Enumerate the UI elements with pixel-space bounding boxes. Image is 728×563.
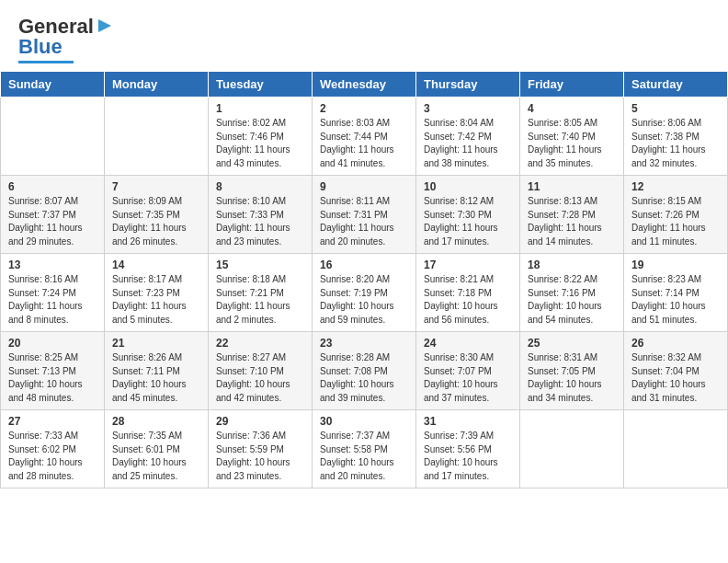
- day-info: Sunrise: 8:30 AM Sunset: 7:07 PM Dayligh…: [424, 351, 512, 405]
- week-row-2: 6Sunrise: 8:07 AM Sunset: 7:37 PM Daylig…: [1, 176, 728, 254]
- day-cell: 19Sunrise: 8:23 AM Sunset: 7:14 PM Dayli…: [624, 254, 728, 332]
- week-row-4: 20Sunrise: 8:25 AM Sunset: 7:13 PM Dayli…: [1, 332, 728, 410]
- day-cell: [1, 98, 105, 176]
- day-cell: 1Sunrise: 8:02 AM Sunset: 7:46 PM Daylig…: [209, 98, 313, 176]
- day-info: Sunrise: 8:31 AM Sunset: 7:05 PM Dayligh…: [528, 351, 616, 405]
- day-info: Sunrise: 8:25 AM Sunset: 7:13 PM Dayligh…: [8, 351, 97, 405]
- calendar-table: SundayMondayTuesdayWednesdayThursdayFrid…: [0, 71, 728, 488]
- day-cell: [105, 98, 209, 176]
- header: General Blue: [0, 0, 728, 71]
- day-cell: 20Sunrise: 8:25 AM Sunset: 7:13 PM Dayli…: [1, 332, 105, 410]
- header-monday: Monday: [105, 72, 209, 98]
- day-number: 21: [112, 337, 200, 350]
- day-number: 11: [528, 180, 616, 193]
- logo-underline: [18, 61, 74, 63]
- day-number: 20: [8, 337, 97, 350]
- day-cell: 10Sunrise: 8:12 AM Sunset: 7:30 PM Dayli…: [416, 176, 520, 254]
- header-thursday: Thursday: [416, 72, 520, 98]
- day-info: Sunrise: 8:22 AM Sunset: 7:16 PM Dayligh…: [528, 273, 616, 327]
- day-cell: 24Sunrise: 8:30 AM Sunset: 7:07 PM Dayli…: [416, 332, 520, 410]
- day-number: 30: [320, 415, 408, 428]
- day-cell: 25Sunrise: 8:31 AM Sunset: 7:05 PM Dayli…: [520, 332, 624, 410]
- week-row-3: 13Sunrise: 8:16 AM Sunset: 7:24 PM Dayli…: [1, 254, 728, 332]
- day-cell: 27Sunrise: 7:33 AM Sunset: 6:02 PM Dayli…: [1, 410, 105, 488]
- day-cell: 12Sunrise: 8:15 AM Sunset: 7:26 PM Dayli…: [624, 176, 728, 254]
- day-info: Sunrise: 8:05 AM Sunset: 7:40 PM Dayligh…: [528, 117, 616, 170]
- day-info: Sunrise: 8:15 AM Sunset: 7:26 PM Dayligh…: [631, 195, 720, 248]
- day-number: 26: [631, 337, 720, 350]
- logo: General Blue: [18, 15, 115, 63]
- day-number: 8: [216, 180, 304, 193]
- day-number: 13: [8, 259, 97, 271]
- day-cell: 23Sunrise: 8:28 AM Sunset: 7:08 PM Dayli…: [313, 332, 416, 410]
- day-info: Sunrise: 8:03 AM Sunset: 7:44 PM Dayligh…: [320, 117, 408, 170]
- day-info: Sunrise: 8:26 AM Sunset: 7:11 PM Dayligh…: [112, 351, 200, 405]
- day-info: Sunrise: 8:27 AM Sunset: 7:10 PM Dayligh…: [216, 351, 304, 405]
- day-cell: 18Sunrise: 8:22 AM Sunset: 7:16 PM Dayli…: [520, 254, 624, 332]
- logo-arrow-icon: [95, 16, 115, 36]
- day-info: Sunrise: 8:07 AM Sunset: 7:37 PM Dayligh…: [8, 195, 97, 248]
- day-cell: 26Sunrise: 8:32 AM Sunset: 7:04 PM Dayli…: [624, 332, 728, 410]
- day-cell: [624, 410, 728, 488]
- day-cell: 28Sunrise: 7:35 AM Sunset: 6:01 PM Dayli…: [105, 410, 209, 488]
- day-cell: 14Sunrise: 8:17 AM Sunset: 7:23 PM Dayli…: [105, 254, 209, 332]
- day-info: Sunrise: 8:23 AM Sunset: 7:14 PM Dayligh…: [631, 273, 720, 327]
- day-number: 31: [424, 415, 512, 428]
- day-number: 3: [424, 102, 512, 115]
- day-number: 24: [424, 337, 512, 350]
- day-cell: 11Sunrise: 8:13 AM Sunset: 7:28 PM Dayli…: [520, 176, 624, 254]
- day-cell: 2Sunrise: 8:03 AM Sunset: 7:44 PM Daylig…: [313, 98, 416, 176]
- day-info: Sunrise: 8:12 AM Sunset: 7:30 PM Dayligh…: [424, 195, 512, 248]
- day-cell: 21Sunrise: 8:26 AM Sunset: 7:11 PM Dayli…: [105, 332, 209, 410]
- day-cell: 9Sunrise: 8:11 AM Sunset: 7:31 PM Daylig…: [313, 176, 416, 254]
- day-info: Sunrise: 7:36 AM Sunset: 5:59 PM Dayligh…: [216, 430, 304, 483]
- day-number: 27: [8, 415, 97, 428]
- day-cell: 3Sunrise: 8:04 AM Sunset: 7:42 PM Daylig…: [416, 98, 520, 176]
- header-wednesday: Wednesday: [313, 72, 416, 98]
- day-info: Sunrise: 8:04 AM Sunset: 7:42 PM Dayligh…: [424, 117, 512, 170]
- calendar-page: General Blue SundayMondayTuesdayWednesda…: [0, 0, 728, 563]
- day-info: Sunrise: 7:37 AM Sunset: 5:58 PM Dayligh…: [320, 430, 408, 483]
- day-number: 29: [216, 415, 304, 428]
- day-info: Sunrise: 7:39 AM Sunset: 5:56 PM Dayligh…: [424, 430, 512, 483]
- day-info: Sunrise: 8:13 AM Sunset: 7:28 PM Dayligh…: [528, 195, 616, 248]
- day-number: 12: [631, 180, 720, 193]
- day-number: 2: [320, 102, 408, 115]
- day-cell: 15Sunrise: 8:18 AM Sunset: 7:21 PM Dayli…: [209, 254, 313, 332]
- day-cell: 7Sunrise: 8:09 AM Sunset: 7:35 PM Daylig…: [105, 176, 209, 254]
- day-info: Sunrise: 8:06 AM Sunset: 7:38 PM Dayligh…: [631, 117, 720, 170]
- day-cell: [520, 410, 624, 488]
- header-friday: Friday: [520, 72, 624, 98]
- day-cell: 22Sunrise: 8:27 AM Sunset: 7:10 PM Dayli…: [209, 332, 313, 410]
- header-tuesday: Tuesday: [209, 72, 313, 98]
- day-cell: 13Sunrise: 8:16 AM Sunset: 7:24 PM Dayli…: [1, 254, 105, 332]
- day-number: 17: [424, 259, 512, 271]
- day-number: 22: [216, 337, 304, 350]
- day-number: 25: [528, 337, 616, 350]
- day-cell: 30Sunrise: 7:37 AM Sunset: 5:58 PM Dayli…: [313, 410, 416, 488]
- day-number: 28: [112, 415, 200, 428]
- day-info: Sunrise: 8:16 AM Sunset: 7:24 PM Dayligh…: [8, 273, 97, 327]
- day-info: Sunrise: 8:21 AM Sunset: 7:18 PM Dayligh…: [424, 273, 512, 327]
- day-info: Sunrise: 8:28 AM Sunset: 7:08 PM Dayligh…: [320, 351, 408, 405]
- day-cell: 16Sunrise: 8:20 AM Sunset: 7:19 PM Dayli…: [313, 254, 416, 332]
- day-info: Sunrise: 8:17 AM Sunset: 7:23 PM Dayligh…: [112, 273, 200, 327]
- day-cell: 29Sunrise: 7:36 AM Sunset: 5:59 PM Dayli…: [209, 410, 313, 488]
- day-info: Sunrise: 8:18 AM Sunset: 7:21 PM Dayligh…: [216, 273, 304, 327]
- day-number: 14: [112, 259, 200, 271]
- day-info: Sunrise: 8:11 AM Sunset: 7:31 PM Dayligh…: [320, 195, 408, 248]
- day-number: 18: [528, 259, 616, 271]
- day-info: Sunrise: 8:20 AM Sunset: 7:19 PM Dayligh…: [320, 273, 408, 327]
- day-number: 7: [112, 180, 200, 193]
- day-number: 9: [320, 180, 408, 193]
- day-number: 19: [631, 259, 720, 271]
- day-number: 4: [528, 102, 616, 115]
- day-number: 10: [424, 180, 512, 193]
- day-number: 6: [8, 180, 97, 193]
- day-info: Sunrise: 8:09 AM Sunset: 7:35 PM Dayligh…: [112, 195, 200, 248]
- day-info: Sunrise: 7:33 AM Sunset: 6:02 PM Dayligh…: [8, 430, 97, 483]
- day-info: Sunrise: 8:32 AM Sunset: 7:04 PM Dayligh…: [631, 351, 720, 405]
- day-number: 15: [216, 259, 304, 271]
- day-info: Sunrise: 7:35 AM Sunset: 6:01 PM Dayligh…: [112, 430, 200, 483]
- header-sunday: Sunday: [1, 72, 105, 98]
